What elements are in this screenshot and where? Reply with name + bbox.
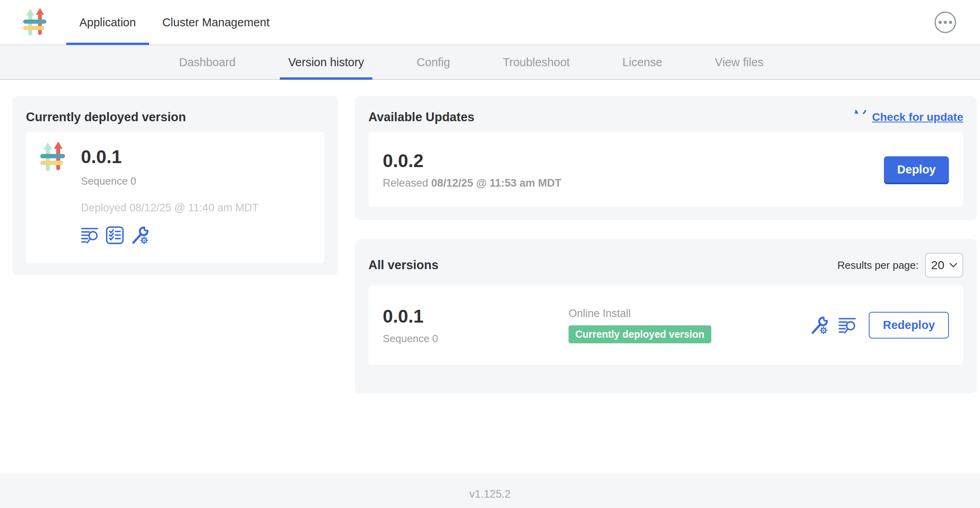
check-for-update-label: Check for update xyxy=(872,111,963,124)
subnav-tab-version-history[interactable]: Version history xyxy=(280,45,372,79)
update-version-number: 0.0.2 xyxy=(383,150,561,171)
app-logo-icon xyxy=(40,142,66,172)
results-per-page-label: Results per page: xyxy=(837,259,919,272)
install-type-label: Online Install xyxy=(569,307,711,320)
tab-cluster-management[interactable]: Cluster Management xyxy=(149,0,283,45)
subnav-tab-license[interactable]: License xyxy=(614,45,671,79)
refresh-icon xyxy=(853,110,867,124)
edit-config-icon[interactable] xyxy=(130,226,149,244)
subnav-tab-dashboard[interactable]: Dashboard xyxy=(171,45,244,79)
chevron-down-icon xyxy=(949,263,957,268)
subnav-tab-troubleshoot[interactable]: Troubleshoot xyxy=(494,45,578,79)
page-footer: v1.125.2 xyxy=(0,474,980,508)
row-version-number: 0.0.1 xyxy=(383,305,569,327)
deployed-version-number: 0.0.1 xyxy=(81,146,122,167)
check-for-update-link[interactable]: Check for update xyxy=(853,110,963,124)
deployed-timestamp: Deployed 08/12/25 @ 11:40 am MDT xyxy=(81,202,310,214)
version-row: 0.0.1 Sequence 0 Online Install Currentl… xyxy=(368,286,963,365)
all-versions-title: All versions xyxy=(368,258,439,273)
available-updates-card: Available Updates Check for update 0.0.2… xyxy=(355,96,977,220)
subnav-tab-config[interactable]: Config xyxy=(408,45,459,79)
released-date: 08/12/25 @ 11:53 am MDT xyxy=(431,177,562,189)
update-released-timestamp: Released 08/12/25 @ 11:53 am MDT xyxy=(383,177,561,189)
results-per-page-value: 20 xyxy=(931,258,944,272)
tab-cluster-management-label: Cluster Management xyxy=(162,16,270,29)
currently-deployed-card: Currently deployed version 0.0.1 Sequenc… xyxy=(12,96,338,275)
view-logs-icon[interactable] xyxy=(81,226,99,244)
subnav-tab-view-files-label: View files xyxy=(715,56,764,69)
overflow-menu-button[interactable] xyxy=(935,12,956,33)
all-versions-card: All versions Results per page: 20 0.0.1 … xyxy=(355,239,977,393)
currently-deployed-badge: Currently deployed version xyxy=(569,325,711,343)
results-per-page-select[interactable]: 20 xyxy=(925,253,963,278)
row-sequence-label: Sequence 0 xyxy=(383,333,569,345)
currently-deployed-title: Currently deployed version xyxy=(26,110,325,125)
admin-console-version: v1.125.2 xyxy=(469,488,511,508)
version-history-page: Currently deployed version 0.0.1 Sequenc… xyxy=(0,80,980,474)
right-column: Available Updates Check for update 0.0.2… xyxy=(355,96,977,474)
ellipsis-icon xyxy=(939,21,942,24)
deploy-button[interactable]: Deploy xyxy=(884,156,949,183)
update-row: 0.0.2 Released 08/12/25 @ 11:53 am MDT D… xyxy=(368,132,963,207)
edit-config-icon[interactable] xyxy=(810,316,828,335)
subnav-tab-version-history-label: Version history xyxy=(288,56,364,69)
subnav-tab-dashboard-label: Dashboard xyxy=(179,56,236,69)
tab-application[interactable]: Application xyxy=(66,0,149,45)
app-sub-nav: Dashboard Version history Config Trouble… xyxy=(0,45,980,80)
app-logo-icon xyxy=(23,8,47,36)
redeploy-button[interactable]: Redeploy xyxy=(869,312,949,339)
released-prefix: Released xyxy=(383,177,428,189)
top-nav: Application Cluster Management xyxy=(0,0,980,45)
deployed-sequence-label: Sequence 0 xyxy=(81,175,310,187)
available-updates-title: Available Updates xyxy=(368,110,474,125)
view-logs-icon[interactable] xyxy=(838,316,857,335)
top-nav-tabs: Application Cluster Management xyxy=(66,0,283,45)
tab-application-label: Application xyxy=(79,16,136,29)
subnav-tab-config-label: Config xyxy=(417,56,450,69)
preflight-checks-icon[interactable] xyxy=(106,226,124,244)
subnav-tab-license-label: License xyxy=(622,56,662,69)
currently-deployed-version-card: 0.0.1 Sequence 0 Deployed 08/12/25 @ 11:… xyxy=(26,132,325,263)
subnav-tab-troubleshoot-label: Troubleshoot xyxy=(503,56,570,69)
subnav-tab-view-files[interactable]: View files xyxy=(706,45,772,79)
